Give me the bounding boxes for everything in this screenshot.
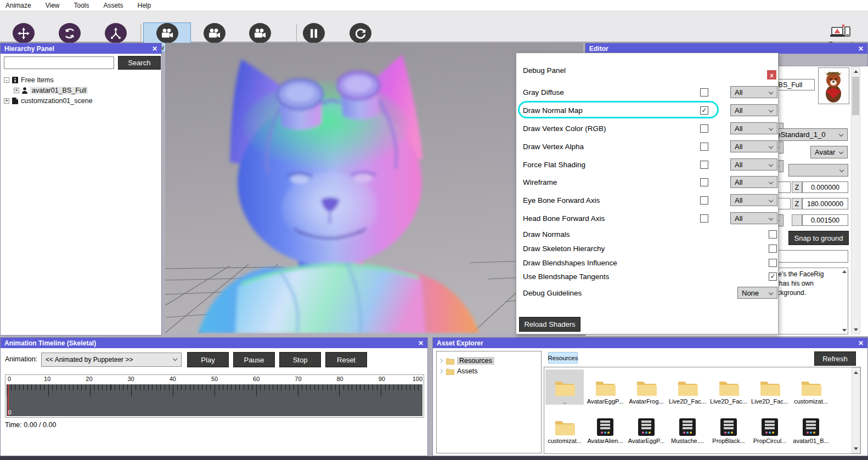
tab-resources[interactable]: Resources	[548, 352, 578, 364]
scrollbar-thumb[interactable]	[852, 77, 859, 115]
force-flat-shading-scope-dropdown[interactable]: All	[730, 158, 777, 171]
expand-icon[interactable]: +	[4, 98, 9, 104]
draw-vertex-alpha-scope-dropdown[interactable]: All	[730, 140, 777, 152]
timeline-ruler[interactable]: 0 10 20 30 40 50 60 70 80 90 100 0	[5, 374, 424, 418]
scroll-down-button[interactable]	[852, 444, 860, 453]
description-line: . He's the FaceRig	[770, 270, 839, 279]
snap-to-ground-button[interactable]: Snap to ground	[788, 231, 849, 245]
timeline-track[interactable]: 0	[7, 384, 422, 416]
asset-item[interactable]: avatar01_B...	[792, 409, 830, 444]
close-icon[interactable]: ✕	[418, 339, 424, 347]
scroll-up-icon[interactable]	[842, 270, 847, 273]
description-textarea[interactable]: . He's the FaceRig ffo has his own backg…	[766, 268, 848, 334]
close-icon[interactable]: ✕	[152, 45, 157, 53]
asset-item[interactable]: customizat...	[792, 370, 830, 405]
eye-bone-forward-axis-checkbox[interactable]	[700, 196, 708, 205]
stop-button[interactable]: Stop	[279, 352, 321, 367]
draw-normals-checkbox[interactable]	[769, 230, 777, 238]
asset-item-up[interactable]: ..	[545, 370, 584, 405]
scroll-down-button[interactable]	[852, 325, 860, 334]
tree-item-avatar[interactable]: + avatar01_BS_Full	[14, 86, 88, 95]
reload-phys-icon	[350, 23, 371, 43]
debug-row-debug-guidelines: Debug Guidelines None	[516, 285, 778, 300]
connect-icon: !	[830, 24, 851, 41]
asset-item[interactable]: Live2D_Fac...	[751, 370, 789, 405]
asset-item[interactable]: AvatarEggP...	[586, 370, 624, 405]
dropdown-value: All	[735, 143, 742, 151]
scale-field[interactable]: 0.001500	[802, 214, 848, 226]
draw-vertex-color-checkbox[interactable]	[700, 124, 708, 133]
search-button[interactable]: Search	[118, 56, 161, 70]
asset-item[interactable]: customizat...	[545, 409, 584, 444]
asset-item-label: AvatarAlien...	[587, 438, 623, 444]
draw-blendshapes-influence-checkbox[interactable]	[769, 259, 777, 267]
close-icon[interactable]: ✕	[858, 45, 864, 53]
menu-help[interactable]: Help	[138, 2, 151, 9]
asset-item[interactable]: AvatarAlien...	[586, 409, 624, 444]
close-icon[interactable]: x	[767, 70, 776, 79]
wireframe-checkbox[interactable]	[700, 178, 708, 186]
folder-icon	[759, 379, 780, 397]
scene-icon	[12, 98, 18, 104]
pause-button[interactable]: Pause	[233, 352, 275, 367]
debug-guidelines-dropdown[interactable]: None	[737, 287, 777, 299]
expand-icon[interactable]: +	[14, 88, 19, 93]
draw-vertex-alpha-checkbox[interactable]	[700, 143, 708, 151]
scroll-up-button[interactable]	[852, 67, 860, 76]
scroll-up-button[interactable]	[852, 368, 860, 377]
menu-view[interactable]: View	[46, 2, 60, 9]
menu-tools[interactable]: Tools	[74, 2, 89, 9]
asset-tree-assets[interactable]: Assets	[439, 366, 478, 376]
eye-bone-forward-axis-scope-dropdown[interactable]: All	[730, 194, 777, 206]
empty-dropdown[interactable]	[788, 164, 848, 177]
asset-item[interactable]: PropBlack...	[709, 409, 748, 444]
tree-item-scene[interactable]: + customization01_scene	[4, 96, 93, 105]
draw-normal-map-scope-dropdown[interactable]: All	[730, 104, 777, 116]
asset-item-label: AvatarEggP...	[587, 398, 623, 405]
head-bone-forward-axis-scope-dropdown[interactable]: All	[730, 212, 777, 224]
asset-item[interactable]: Live2D_Fac...	[709, 370, 748, 405]
reset-button[interactable]: Reset	[325, 352, 367, 367]
tree-item-free-items[interactable]: - Free Items	[4, 75, 54, 84]
draw-skeleton-hierarchy-checkbox[interactable]	[769, 245, 777, 253]
refresh-button[interactable]: Refresh	[814, 351, 856, 366]
head-bone-forward-axis-checkbox[interactable]	[700, 214, 708, 223]
asset-item[interactable]: PropCircul...	[751, 409, 789, 444]
chevron-right-icon[interactable]	[438, 359, 443, 363]
draw-vertex-color-scope-dropdown[interactable]: All	[730, 122, 777, 134]
debug-row-wireframe: Wireframe All	[516, 174, 778, 190]
wireframe-scope-dropdown[interactable]: All	[730, 176, 777, 188]
animation-dropdown[interactable]: << Animated by Puppeteer >>	[41, 353, 182, 367]
use-blendshape-tangents-checkbox[interactable]: ✓	[769, 272, 777, 281]
dropdown-value: All	[735, 88, 742, 96]
play-button[interactable]: Play	[187, 352, 229, 367]
reload-shaders-button[interactable]: Reload Shaders	[519, 317, 580, 332]
rotation-z2-field[interactable]: 180.000000	[802, 198, 848, 209]
item-file-icon	[596, 418, 614, 436]
asset-tree-resources[interactable]: Resources	[439, 356, 494, 366]
asset-grid-scrollbar[interactable]	[852, 367, 860, 453]
debug-row-label: Draw Blendshapes Influence	[523, 259, 617, 267]
draw-normal-map-checkbox[interactable]: ✓	[700, 106, 708, 115]
debug-row-label: Draw Normals	[523, 230, 570, 238]
free-camera-icon	[204, 23, 226, 43]
avatar-type-dropdown[interactable]: Avatar	[810, 146, 848, 158]
close-icon[interactable]: ✕	[858, 339, 864, 347]
search-input[interactable]	[4, 56, 114, 69]
force-flat-shading-checkbox[interactable]	[700, 161, 708, 169]
asset-item[interactable]: AvatarEggP...	[627, 409, 666, 444]
scale-axis-label	[792, 214, 802, 226]
collapse-icon[interactable]: -	[4, 77, 9, 83]
asset-item[interactable]: Live2D_Fac...	[668, 370, 707, 405]
asset-item[interactable]: Mustache....	[668, 409, 707, 444]
tags-field[interactable]	[766, 250, 848, 263]
editor-scrollbar[interactable]	[851, 66, 860, 334]
rotation-z-field[interactable]: 0.000000	[802, 181, 848, 193]
scroll-down-icon[interactable]	[842, 329, 847, 332]
asset-item[interactable]: AvatarFrog...	[627, 370, 666, 405]
gray-diffuse-scope-dropdown[interactable]: All	[730, 86, 777, 98]
chevron-right-icon[interactable]	[438, 369, 443, 373]
menu-animaze[interactable]: Animaze	[5, 2, 31, 9]
menu-assets[interactable]: Assets	[104, 2, 123, 9]
gray-diffuse-checkbox[interactable]	[700, 88, 708, 96]
